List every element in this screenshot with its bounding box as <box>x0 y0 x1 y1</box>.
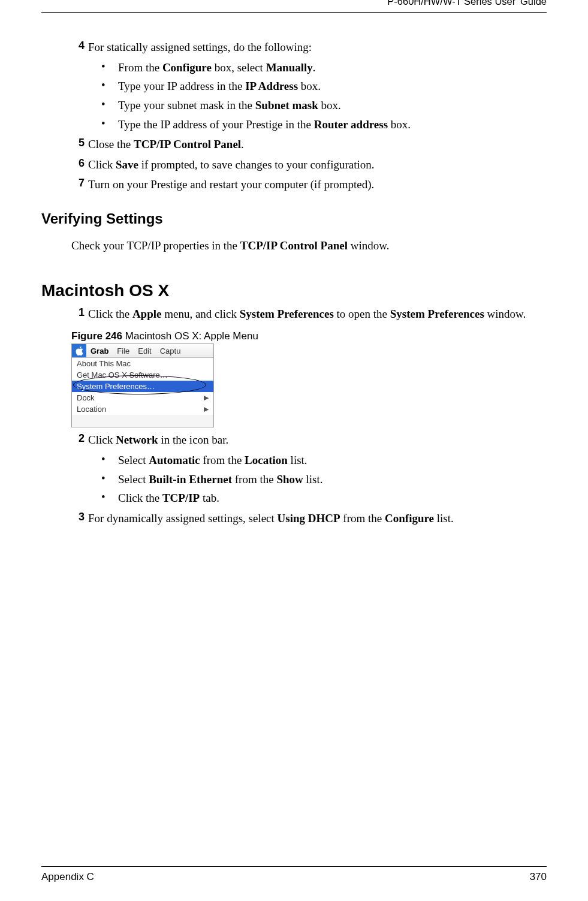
bullet-icon: • <box>101 490 118 504</box>
macx-step-2: 2 Click Network in the icon bar. <box>71 432 547 448</box>
menu-item-dock: Dock▶ <box>72 392 213 403</box>
bullet-icon: • <box>101 472 118 485</box>
macx-step-3-text: For dynamically assigned settings, selec… <box>88 511 547 526</box>
heading-macintosh-osx: Macintosh OS X <box>41 281 547 300</box>
footer-page-number: 370 <box>530 871 547 883</box>
header-doc-title: P-660H/HW/W-T Series User' Guide <box>41 0 547 7</box>
menu-item-get-osx-software: Get Mac OS X Software… <box>72 369 213 381</box>
step-4: 4 For statically assigned settings, do t… <box>71 40 547 55</box>
menu-item-about-this-mac: About This Mac <box>72 358 213 369</box>
figure-246-caption: Figure 246 Macintosh OS X: Apple Menu <box>71 330 547 342</box>
step-7-number: 7 <box>71 177 88 189</box>
menubar-item-edit: Edit <box>134 346 155 355</box>
header-rule <box>41 7 547 13</box>
bullet-text: From the Configure box, select Manually. <box>118 60 547 76</box>
list-item: • Type your subnet mask in the Subnet ma… <box>101 98 547 113</box>
bullet-icon: • <box>101 79 118 92</box>
macx-step-2-bullets: • Select Automatic from the Location lis… <box>101 453 547 506</box>
step-7: 7 Turn on your Prestige and restart your… <box>71 177 547 192</box>
list-item: • Select Built-in Ethernet from the Show… <box>101 472 547 487</box>
bullet-text: Select Built-in Ethernet from the Show l… <box>118 472 547 487</box>
macx-step-3: 3 For dynamically assigned settings, sel… <box>71 511 547 526</box>
page-footer: Appendix C 370 <box>41 866 547 883</box>
macx-step-2-text: Click Network in the icon bar. <box>88 432 547 448</box>
verify-paragraph: Check your TCP/IP properties in the TCP/… <box>71 238 547 254</box>
submenu-arrow-icon: ▶ <box>204 405 209 413</box>
footer-section-label: Appendix C <box>41 871 94 883</box>
step-5: 5 Close the TCP/IP Control Panel. <box>71 137 547 152</box>
step-4-number: 4 <box>71 40 88 52</box>
macx-step-1-number: 1 <box>71 306 88 319</box>
menubar-item-grab: Grab <box>86 346 113 355</box>
menubar-item-capture: Captu <box>156 346 185 355</box>
bullet-text: Click the TCP/IP tab. <box>118 490 547 506</box>
bullet-icon: • <box>101 98 118 111</box>
menu-item-system-preferences: System Preferences… <box>72 381 213 392</box>
list-item: • Select Automatic from the Location lis… <box>101 453 547 468</box>
page-content: 4 For statically assigned settings, do t… <box>41 14 547 526</box>
bullet-text: Type your subnet mask in the Subnet mask… <box>118 98 547 113</box>
step-6-text: Click Save if prompted, to save changes … <box>88 157 547 173</box>
heading-verifying-settings: Verifying Settings <box>41 210 547 227</box>
step-5-text: Close the TCP/IP Control Panel. <box>88 137 547 152</box>
macx-step-2-number: 2 <box>71 432 88 445</box>
macx-step-3-number: 3 <box>71 511 88 523</box>
list-item: • Type your IP address in the IP Address… <box>101 79 547 94</box>
bullet-icon: • <box>101 117 118 130</box>
apple-menu-icon <box>72 344 86 357</box>
step-4-bullets: • From the Configure box, select Manuall… <box>101 60 547 132</box>
bullet-icon: • <box>101 453 118 466</box>
step-6-number: 6 <box>71 157 88 170</box>
step-6: 6 Click Save if prompted, to save change… <box>71 157 547 173</box>
step-4-text: For statically assigned settings, do the… <box>88 40 547 55</box>
footer-rule <box>41 866 547 867</box>
bullet-text: Type the IP address of your Prestige in … <box>118 117 547 132</box>
step-7-text: Turn on your Prestige and restart your c… <box>88 177 547 192</box>
list-item: • Type the IP address of your Prestige i… <box>101 117 547 132</box>
figure-246-image: Grab File Edit Captu About This Mac Get … <box>71 343 214 427</box>
menu-item-location: Location▶ <box>72 403 213 415</box>
macx-step-1: 1 Click the Apple menu, and click System… <box>71 306 547 322</box>
mac-menubar: Grab File Edit Captu <box>72 344 213 358</box>
list-item: • Click the TCP/IP tab. <box>101 490 547 506</box>
bullet-icon: • <box>101 60 118 73</box>
bullet-text: Select Automatic from the Location list. <box>118 453 547 468</box>
list-item: • From the Configure box, select Manuall… <box>101 60 547 76</box>
macx-step-1-text: Click the Apple menu, and click System P… <box>88 306 547 322</box>
menubar-item-file: File <box>113 346 134 355</box>
bullet-text: Type your IP address in the IP Address b… <box>118 79 547 94</box>
step-5-number: 5 <box>71 137 88 149</box>
submenu-arrow-icon: ▶ <box>204 394 209 402</box>
